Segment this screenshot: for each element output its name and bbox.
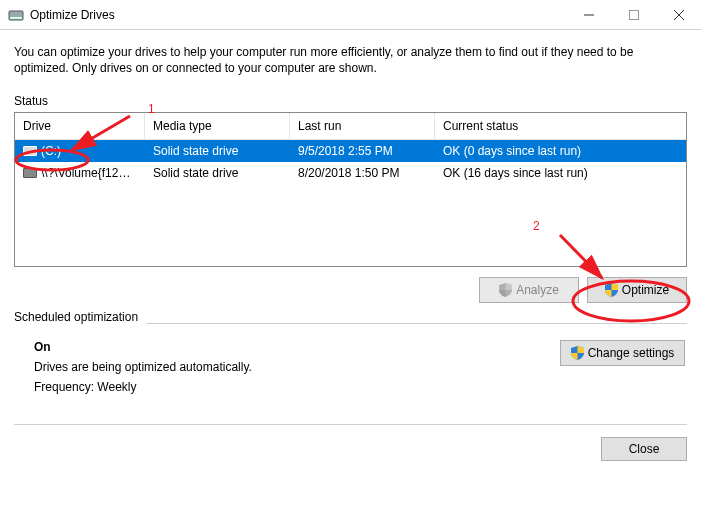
drive-name: \\?\Volume{f1209b... xyxy=(41,166,145,180)
status-label: Status xyxy=(14,94,687,108)
divider xyxy=(14,424,687,425)
description-text: You can optimize your drives to help you… xyxy=(14,44,687,76)
change-settings-button[interactable]: Change settings xyxy=(560,340,685,366)
change-settings-label: Change settings xyxy=(588,346,675,360)
drive-row[interactable]: \\?\Volume{f1209b... Solid state drive 8… xyxy=(15,162,686,184)
header-drive[interactable]: Drive xyxy=(15,113,145,139)
drive-row[interactable]: (C:) Solid state drive 9/5/2018 2:55 PM … xyxy=(15,140,686,162)
drive-lastrun: 8/20/2018 1:50 PM xyxy=(290,166,435,180)
divider xyxy=(146,323,687,324)
close-dialog-button[interactable]: Close xyxy=(601,437,687,461)
header-media[interactable]: Media type xyxy=(145,113,290,139)
drive-status: OK (0 days since last run) xyxy=(435,144,686,158)
optimize-button[interactable]: Optimize xyxy=(587,277,687,303)
optimize-label: Optimize xyxy=(622,283,669,297)
header-lastrun[interactable]: Last run xyxy=(290,113,435,139)
window-controls xyxy=(566,0,701,30)
schedule-line1: Drives are being optimized automatically… xyxy=(34,360,252,374)
shield-icon xyxy=(499,283,512,297)
shield-icon xyxy=(605,283,618,297)
header-status[interactable]: Current status xyxy=(435,113,686,139)
drive-name: (C:) xyxy=(41,144,61,158)
svg-rect-1 xyxy=(10,17,22,19)
svg-rect-3 xyxy=(629,10,638,19)
window-title: Optimize Drives xyxy=(30,8,566,22)
minimize-button[interactable] xyxy=(566,0,611,30)
titlebar: Optimize Drives xyxy=(0,0,701,30)
schedule-label: Scheduled optimization xyxy=(14,310,138,324)
schedule-on: On xyxy=(34,340,252,354)
drive-media: Solid state drive xyxy=(145,166,290,180)
drive-icon xyxy=(23,146,37,156)
close-button[interactable] xyxy=(656,0,701,30)
shield-icon xyxy=(571,346,584,360)
analyze-button: Analyze xyxy=(479,277,579,303)
close-label: Close xyxy=(629,442,660,456)
drive-media: Solid state drive xyxy=(145,144,290,158)
column-headers: Drive Media type Last run Current status xyxy=(15,113,686,140)
drive-lastrun: 9/5/2018 2:55 PM xyxy=(290,144,435,158)
drive-icon xyxy=(23,168,37,178)
drives-list: Drive Media type Last run Current status… xyxy=(14,112,687,267)
drive-status: OK (16 days since last run) xyxy=(435,166,686,180)
schedule-line2: Frequency: Weekly xyxy=(34,380,252,394)
app-icon xyxy=(8,7,24,23)
analyze-label: Analyze xyxy=(516,283,559,297)
maximize-button[interactable] xyxy=(611,0,656,30)
